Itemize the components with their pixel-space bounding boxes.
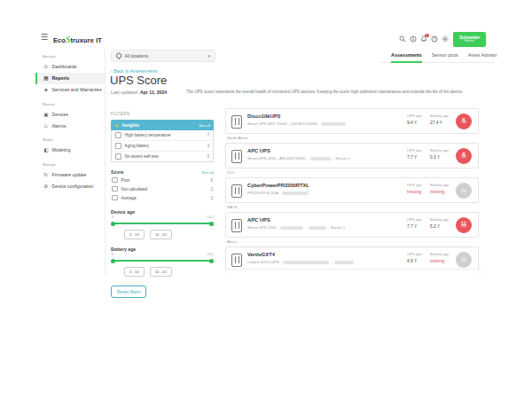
filter-count: 2 (210, 196, 213, 200)
slider-max-value: 14.2 (207, 215, 214, 219)
score-badge: – /100 (456, 183, 472, 199)
score-filter-header: Score See all (111, 169, 214, 175)
ups-age-value: 7.7 Y (407, 224, 422, 229)
device-name: CyberPowerPR2200RTXL (247, 183, 309, 188)
slider-handle-min[interactable] (111, 259, 115, 263)
slider-min-value: 0 (112, 215, 113, 219)
info-icon[interactable] (410, 35, 417, 43)
sidebar-item[interactable]: ⚙ Device configuration (35, 180, 105, 192)
sidebar-item[interactable]: ◧ Modeling (35, 145, 105, 156)
checkbox[interactable] (112, 186, 118, 192)
sidebar-section-label: Model (43, 137, 105, 142)
filter-count: 7 (207, 133, 209, 137)
device-card[interactable]: APC UPS Smart-UPS 2200 - AS1435230260 - … (225, 143, 479, 168)
sidebar-item-icon: ▣ (43, 112, 50, 117)
device-card[interactable]: APC UPS Smart-UPS 2200 - - - Server 1 UP… (225, 212, 479, 238)
slider-handle-max[interactable] (209, 222, 214, 226)
sidebar-item-icon: ⚙ (43, 184, 50, 189)
settings-gear-icon[interactable] (442, 35, 449, 43)
checkbox[interactable] (112, 195, 118, 201)
device-card[interactable]: CyberPowerPR2200RTXL PR2200RTXL2UA - UPS… (225, 177, 479, 203)
ups-age-label: UPS age (407, 217, 422, 222)
filter-label: No recent self-test (125, 154, 159, 159)
logo-line2: Electric (465, 40, 473, 43)
filter-checkbox-row[interactable]: No recent self-test 2 (112, 152, 213, 161)
page-description: The UPS score represents the overall hea… (186, 90, 463, 94)
range-button[interactable]: 10 - 20 (150, 267, 172, 277)
checkbox[interactable] (115, 132, 121, 138)
ups-device-icon (231, 184, 242, 198)
slider-handle-min[interactable] (111, 222, 115, 226)
filter-checkbox-row[interactable]: Average 2 (111, 193, 214, 202)
filter-label: High battery temperature (125, 133, 171, 137)
battery-age-label: Battery age (430, 148, 449, 153)
filter-checkbox-row[interactable]: High battery temperature 7 (112, 130, 213, 141)
device-subtitle: Smart-UPS SRT 10000 - QS1447170406 - (247, 121, 347, 126)
device-list: Disco10kUPS Smart-UPS SRT 10000 - QS1447… (225, 108, 479, 272)
device-subtitle: Smart-UPS 2200 - AS1435230260 - - Server… (247, 156, 350, 160)
checkbox[interactable] (115, 153, 121, 160)
device-location-label: DC1 (227, 170, 479, 176)
battery-age-label: Battery age (430, 113, 449, 118)
ups-device-icon (231, 219, 242, 232)
device-card[interactable]: Disco10kUPS Smart-UPS SRT 10000 - QS1447… (225, 108, 479, 134)
tab[interactable]: Asset Advisor (468, 52, 497, 58)
sidebar-item-icon: ◈ (43, 87, 50, 92)
sidebar-item[interactable]: ⊙ Dashboards (35, 61, 105, 73)
insights-filter-header[interactable]: ⚡ Insights See all (111, 120, 214, 130)
range-button[interactable]: 0 - 10 (124, 267, 145, 277)
filter-checkbox-row[interactable]: Poor 6 (111, 176, 214, 184)
filter-checkbox-row[interactable]: Aging battery 3 (112, 141, 213, 152)
reset-filters-button[interactable]: Reset filters (111, 286, 146, 298)
ups-age-label: UPS age (407, 148, 422, 153)
range-button[interactable]: 0 - 10 (124, 230, 145, 239)
score-see-all-link[interactable]: See all (202, 170, 214, 175)
insights-see-all-link[interactable]: See all (199, 123, 210, 128)
range-button[interactable]: 10 - 20 (150, 230, 172, 239)
battery-age-column: Battery age 0.3 Y (430, 148, 449, 160)
battery-age-value: missing (430, 259, 449, 263)
sidebar-item[interactable]: ▣ Devices (35, 108, 105, 120)
ecostruxure-logo: EcoStruxure IT (53, 35, 102, 44)
score-filter-list: Poor 6 Not calculated 2 Average 2 (111, 176, 214, 202)
battery-age-range-buttons: 0 - 1010 - 20 (124, 267, 214, 277)
checkbox[interactable] (112, 177, 118, 184)
search-icon[interactable] (399, 35, 406, 43)
hamburger-menu-icon[interactable]: ☰ (41, 34, 48, 42)
device-location-label: Africa (227, 239, 479, 245)
slider-handle-max[interactable] (209, 259, 214, 263)
ups-age-label: UPS age (407, 113, 422, 118)
score-denominator: /100 (461, 156, 466, 160)
battery-age-label: Battery age (111, 246, 214, 252)
sidebar-item[interactable]: ↻ Firmware update (35, 168, 105, 180)
tab[interactable]: Assessments (391, 52, 422, 58)
sidebar-item[interactable]: ⚠ Alarms (35, 120, 105, 131)
device-name: VertivGXT4 (247, 252, 275, 257)
battery-age-value: 0.3 Y (430, 155, 449, 160)
location-pin-icon (115, 52, 122, 59)
location-selector[interactable]: All locations ▾ (111, 50, 215, 62)
location-selector-label: All locations (125, 53, 149, 59)
last-updated: Last updated: Apr 11, 2024 (111, 90, 167, 95)
filter-checkbox-row[interactable]: Not calculated 2 (111, 184, 214, 193)
device-age-slider[interactable]: 0 14.2 (111, 215, 214, 227)
filter-label: Average (121, 196, 137, 200)
tab[interactable]: Sensor plots (432, 52, 458, 58)
score-badge: 6 /100 (456, 113, 472, 129)
sidebar-item[interactable]: ▤ Reports (35, 73, 105, 84)
notifications-icon[interactable]: 9 (420, 35, 427, 43)
sidebar-section-label: Monitor (43, 102, 105, 106)
schneider-electric-logo[interactable]: Schneider Electric (453, 32, 486, 47)
battery-age-slider[interactable]: 0 14.2 (111, 253, 214, 264)
checkbox[interactable] (115, 143, 121, 149)
report-tabs: Assessments Sensor plots Asset Advisor (379, 52, 495, 63)
help-icon[interactable] (431, 35, 438, 43)
sidebar-nav: Analyze ⊙ Dashboards ▤ Reports ◈ Service… (35, 48, 105, 192)
sidebar-item[interactable]: ◈ Services and Warranties (35, 84, 105, 96)
sidebar-item-icon: ↻ (43, 172, 50, 177)
score-denominator: /100 (461, 225, 466, 229)
ups-age-label: UPS age (407, 252, 422, 256)
filter-label: Not calculated (121, 187, 148, 192)
sidebar-item-icon: ◧ (43, 147, 50, 153)
ups-age-value: 4.9 Y (407, 259, 422, 263)
